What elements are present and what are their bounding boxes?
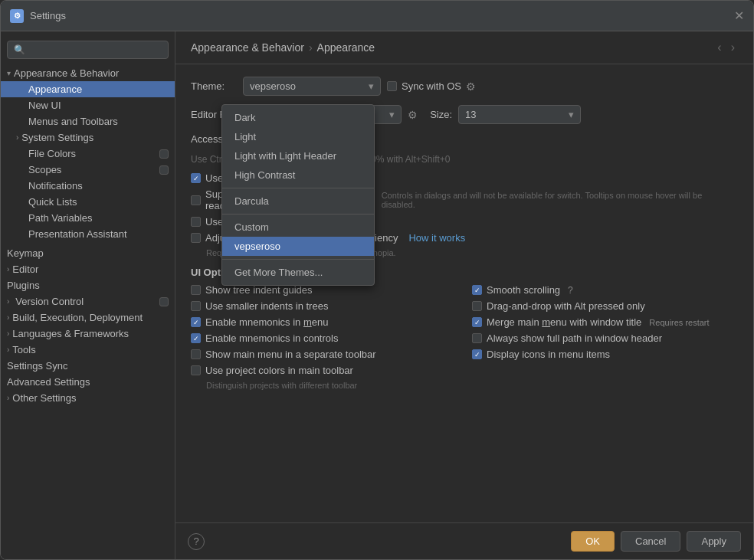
theme-dropdown[interactable]: vepseroso ▾: [243, 77, 381, 96]
sidebar-item-file-colors[interactable]: File Colors: [1, 146, 175, 162]
sidebar-item-build-execution[interactable]: › Build, Execution, Deployment: [1, 309, 175, 326]
sidebar-item-label: Advanced Settings: [7, 376, 90, 388]
dropdown-item-high-contrast[interactable]: High Contrast: [222, 165, 374, 185]
forward-button[interactable]: ›: [728, 41, 738, 54]
smaller-indents-checkbox[interactable]: [191, 301, 201, 311]
sidebar-item-label: Presentation Assistant: [28, 228, 127, 240]
search-icon: 🔍: [14, 44, 25, 55]
screen-readers-hint: Controls in dialogs and will not be avai…: [382, 191, 738, 209]
sidebar-item-label: Quick Lists: [28, 196, 77, 208]
sidebar-item-label: Appearance & Behavior: [14, 67, 119, 79]
smooth-scrolling-label: Smooth scrolling: [487, 284, 560, 296]
theme-value: vepseroso: [250, 80, 296, 92]
project-colors-checkbox[interactable]: [191, 365, 201, 375]
sidebar-item-version-control[interactable]: › Version Control: [1, 293, 175, 309]
chevron-right-icon: ›: [7, 329, 9, 338]
sidebar-item-scopes[interactable]: Scopes: [1, 162, 175, 178]
separate-toolbar-checkbox[interactable]: [191, 349, 201, 359]
smaller-indents-label: Use smaller indents in trees: [205, 300, 328, 312]
smaller-indents-row: Use smaller indents in trees: [191, 300, 457, 312]
sidebar-item-system-settings[interactable]: › System Settings: [1, 129, 175, 146]
adjust-colors-checkbox[interactable]: [191, 233, 201, 243]
back-button[interactable]: ‹: [714, 41, 724, 54]
sidebar-item-editor[interactable]: › Editor: [1, 261, 175, 277]
project-colors-label: Use project colors in main toolbar: [205, 365, 353, 376]
smooth-scrolling-help-icon[interactable]: ?: [568, 285, 573, 296]
sidebar-item-menus-toolbars[interactable]: Menus and Toolbars: [1, 113, 175, 129]
sync-os-checkbox[interactable]: [387, 81, 397, 91]
sidebar-item-plugins[interactable]: Plugins: [1, 277, 175, 293]
sidebar-item-new-ui[interactable]: New UI: [1, 97, 175, 113]
sidebar-item-appearance[interactable]: Appearance: [1, 81, 175, 97]
sidebar-item-label: Build, Execution, Deployment: [12, 312, 143, 323]
chevron-right-icon: ›: [7, 313, 9, 322]
mnemonics-controls-label: Enable mnemonics in controls: [205, 332, 338, 344]
search-bar[interactable]: 🔍: [7, 41, 169, 59]
sidebar-item-label: New UI: [28, 100, 61, 111]
editor-font-gear[interactable]: ⚙: [408, 109, 418, 121]
breadcrumb-parent: Appearance & Behavior: [191, 41, 304, 54]
chevron-right-icon: ›: [16, 133, 18, 142]
sidebar-item-path-variables[interactable]: Path Variables: [1, 210, 175, 226]
sidebar-item-label: System Settings: [21, 132, 93, 143]
sidebar-item-label: Scopes: [28, 164, 61, 175]
tree-indent-label: Show tree indent guides: [205, 284, 312, 296]
mnemonics-controls-checkbox[interactable]: [191, 333, 201, 343]
dropdown-item-get-more[interactable]: Get More Themes...: [222, 263, 374, 282]
dropdown-divider: [222, 188, 374, 188]
dropdown-item-vepseroso[interactable]: vepseroso: [222, 237, 374, 256]
help-button[interactable]: ?: [188, 533, 205, 550]
sidebar-item-tools[interactable]: › Tools: [1, 342, 175, 358]
how-it-works-link[interactable]: How it works: [408, 232, 465, 244]
sidebar-item-keymap[interactable]: Keymap: [1, 245, 175, 261]
font-dropdown-caret: ▾: [389, 109, 395, 120]
screen-readers-checkbox[interactable]: [191, 195, 201, 205]
separate-toolbar-row: Show main menu in a separate toolbar: [191, 349, 457, 360]
sidebar-item-appearance-behavior[interactable]: ▾ Appearance & Behavior: [1, 65, 175, 81]
footer: ? OK Cancel Apply: [175, 522, 753, 559]
dropdown-item-custom[interactable]: Custom: [222, 218, 374, 237]
search-input[interactable]: [30, 44, 162, 55]
mnemonics-menu-checkbox[interactable]: [191, 317, 201, 327]
size-label: Size:: [430, 109, 452, 120]
font-size-select[interactable]: 13 ▾: [458, 105, 581, 124]
titlebar: ⚙ Settings ✕: [1, 1, 753, 31]
project-colors-hint: Distinguish projects with different tool…: [206, 381, 357, 390]
ok-button[interactable]: OK: [571, 531, 615, 552]
tree-indent-checkbox[interactable]: [191, 285, 201, 295]
separate-toolbar-label: Show main menu in a separate toolbar: [205, 349, 376, 360]
page-icon: [159, 149, 169, 159]
sidebar-item-label: File Colors: [28, 148, 76, 159]
help-icon: ?: [193, 535, 198, 547]
sync-os-gear[interactable]: ⚙: [466, 80, 476, 93]
dropdown-item-light-header[interactable]: Light with Light Header: [222, 146, 374, 165]
sidebar-item-presentation-assistant[interactable]: Presentation Assistant: [1, 226, 175, 242]
sidebar-item-languages-frameworks[interactable]: › Languages & Frameworks: [1, 326, 175, 342]
sidebar-item-settings-sync[interactable]: Settings Sync: [1, 358, 175, 374]
page-icon: [159, 297, 169, 306]
display-icons-checkbox[interactable]: [472, 349, 482, 359]
sidebar-item-advanced-settings[interactable]: Advanced Settings: [1, 374, 175, 390]
dropdown-item-light[interactable]: Light: [222, 127, 374, 146]
full-path-row: Always show full path in window header: [472, 332, 738, 344]
close-button[interactable]: ✕: [734, 10, 744, 22]
sidebar-item-other-settings[interactable]: › Other Settings: [1, 390, 175, 406]
chevron-right-icon: ›: [7, 345, 9, 354]
antialiasing-checkbox[interactable]: [191, 173, 201, 183]
dropdown-divider-2: [222, 214, 374, 215]
apply-button[interactable]: Apply: [687, 531, 741, 552]
sidebar-item-quick-lists[interactable]: Quick Lists: [1, 194, 175, 210]
app-icon: ⚙: [10, 9, 24, 23]
sidebar-item-label: Languages & Frameworks: [12, 328, 129, 339]
drag-drop-checkbox[interactable]: [472, 301, 482, 311]
cancel-button[interactable]: Cancel: [621, 531, 680, 552]
dropdown-item-darcula[interactable]: Darcula: [222, 192, 374, 211]
contrast-scrollbars-checkbox[interactable]: [191, 217, 201, 227]
sidebar-item-label: Keymap: [7, 247, 44, 259]
merge-menu-checkbox[interactable]: [472, 317, 482, 327]
sidebar-item-label: Menus and Toolbars: [28, 116, 118, 127]
sidebar-item-notifications[interactable]: Notifications: [1, 178, 175, 194]
full-path-checkbox[interactable]: [472, 333, 482, 343]
smooth-scrolling-checkbox[interactable]: [472, 285, 482, 295]
dropdown-item-dark[interactable]: Dark: [222, 108, 374, 127]
